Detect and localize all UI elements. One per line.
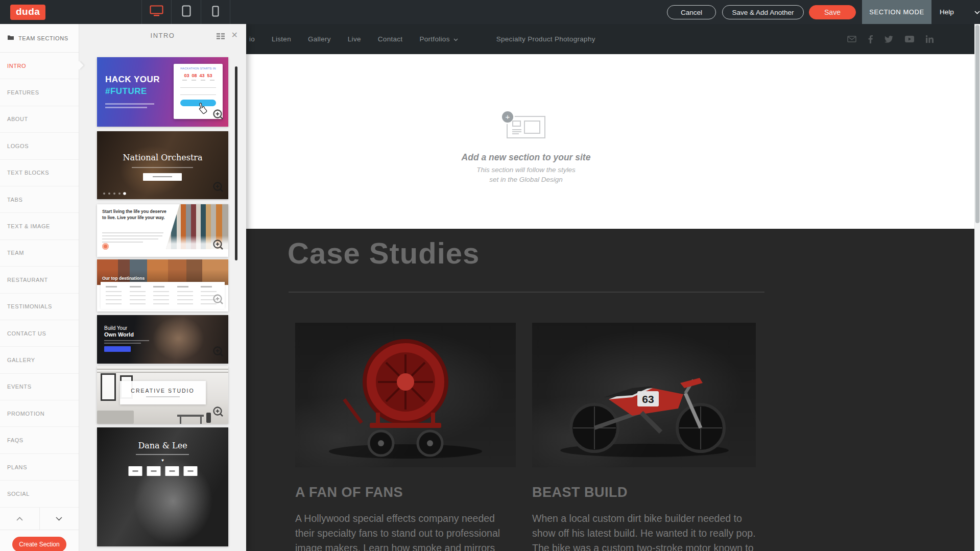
tablet-icon (182, 5, 191, 19)
sidebar-item-logos[interactable]: LOGOS (0, 133, 79, 159)
cancel-button[interactable]: Cancel (667, 5, 716, 19)
heart-icon: ♥ (97, 458, 228, 463)
desktop-device-tab[interactable] (141, 0, 171, 24)
save-add-another-button[interactable]: Save & Add Another (722, 5, 804, 19)
folder-icon (7, 35, 14, 41)
site-nav-item-listen[interactable]: Listen (272, 35, 291, 43)
sidebar-item-testimonials[interactable]: TESTIMONIALS (0, 294, 79, 320)
list-view-icon[interactable] (217, 32, 225, 41)
thumb-heading: HACK YOUR (105, 75, 160, 85)
tablet-device-tab[interactable] (171, 0, 201, 24)
sidebar-item-label: TEAM (7, 250, 24, 256)
thumb-title: Start living the life you deserve to liv… (102, 209, 168, 221)
site-nav-item-live[interactable]: Live (348, 35, 361, 43)
template-thumb-build-your-own-world[interactable]: Build Your Own World (97, 315, 228, 364)
sidebar-item-label: LOGOS (7, 143, 29, 149)
sidebar-item-label: TEXT & IMAGE (7, 223, 50, 229)
sidebar-item-label: GALLERY (7, 357, 35, 363)
help-label: Help (940, 8, 954, 16)
dirt-bike-image: 63 (532, 323, 756, 467)
zoom-preview-icon[interactable] (212, 109, 225, 123)
zoom-preview-icon[interactable] (212, 239, 225, 253)
add-section-dropzone[interactable]: + Add a new section to your site This se… (419, 116, 633, 182)
sidebar-item-restaurant[interactable]: RESTAURANT (0, 267, 79, 293)
thumb-title: Dana & Lee (97, 441, 228, 450)
sidebar-item-plans[interactable]: PLANS (0, 454, 79, 481)
text-placeholder (102, 238, 158, 239)
sidebar-item-label: RESTAURANT (7, 277, 48, 283)
section-mode-label: SECTION MODE (862, 0, 931, 24)
template-thumb-creative-studio[interactable]: CREATIVE STUDIO (97, 366, 228, 424)
sidebar-item-team[interactable]: TEAM (0, 240, 79, 267)
linkedin-icon[interactable] (926, 35, 934, 43)
page-scrollbar (974, 24, 980, 551)
text-placeholder (104, 340, 149, 341)
template-thumb-hack-your-future[interactable]: HACK YOUR #FUTURE HACKATHON STARTS IN 03… (97, 57, 228, 127)
case-study-title: A FAN OF FANS (295, 485, 516, 500)
site-nav-item-gallery[interactable]: Gallery (308, 35, 331, 43)
add-section-subtitle-1: This section will follow the styles (419, 167, 633, 173)
sections-sidebar: TEAM SECTIONS INTRO FEATURES ABOUT LOGOS… (0, 24, 79, 551)
zoom-preview-icon[interactable] (212, 346, 225, 360)
sidebar-item-events[interactable]: EVENTS (0, 374, 79, 400)
site-nav-item-contact[interactable]: Contact (378, 35, 403, 43)
create-section-button[interactable]: Create Section (12, 537, 66, 551)
countdown-value: 03 (184, 73, 189, 78)
section-title: Case Studies (288, 236, 480, 270)
sidebar-item-about[interactable]: ABOUT (0, 106, 79, 133)
template-thumb-national-orchestra[interactable]: National Orchestra (97, 131, 228, 199)
chevron-up-icon (16, 514, 23, 523)
sidebar-item-tabs[interactable]: TABS (0, 186, 79, 213)
thumb-title: CREATIVE STUDIO (131, 388, 194, 394)
sidebar-item-social[interactable]: SOCIAL (0, 481, 79, 507)
youtube-icon[interactable] (905, 36, 914, 42)
sidebar-item-label: FAQS (7, 437, 23, 443)
twitter-icon[interactable] (885, 36, 893, 43)
sidebar-item-label: INTRO (7, 63, 26, 69)
divider (289, 292, 764, 293)
decor (97, 369, 228, 370)
save-button[interactable]: Save (809, 5, 856, 19)
panel-scrollbar[interactable] (235, 66, 237, 260)
sidebar-item-intro[interactable]: INTRO (0, 53, 79, 79)
sections-scroll-up-button[interactable] (0, 508, 40, 530)
page-scrollbar-thumb[interactable] (975, 25, 979, 223)
sidebar-item-promotion[interactable]: PROMOTION (0, 400, 79, 427)
sections-scroll-down-button[interactable] (40, 508, 79, 530)
countdown-value: 43 (200, 73, 205, 78)
sidebar-item-label: TESTIMONIALS (7, 303, 52, 309)
template-thumb-start-living[interactable]: Start living the life you deserve to liv… (97, 204, 228, 257)
site-nav-item[interactable]: io (249, 35, 255, 43)
add-section-title: Add a new section to your site (419, 152, 633, 163)
zoom-preview-icon[interactable] (212, 406, 225, 420)
duda-logo: duda (10, 5, 45, 20)
email-icon[interactable] (847, 36, 856, 42)
case-study-text: When a local custom dirt bike builder ne… (532, 511, 756, 551)
sidebar-item-text-blocks[interactable]: TEXT BLOCKS (0, 160, 79, 186)
close-panel-icon[interactable]: ✕ (231, 30, 238, 40)
template-thumb-dana-and-lee[interactable]: Dana & Lee ♥ (97, 427, 228, 546)
facebook-icon[interactable] (868, 35, 873, 43)
input-placeholder (180, 83, 216, 88)
sidebar-item-contact-us[interactable]: CONTACT US (0, 320, 79, 347)
top-bar: duda Cancel Save & Add Another Save SECT… (0, 0, 980, 24)
zoom-preview-icon[interactable] (212, 294, 225, 308)
plus-icon: + (502, 111, 513, 123)
sidebar-header: TEAM SECTIONS (0, 24, 79, 53)
help-menu[interactable]: Help (940, 0, 980, 24)
thumb-title: National Orchestra (97, 153, 228, 162)
sidebar-item-features[interactable]: FEATURES (0, 79, 79, 106)
mobile-icon (212, 6, 219, 19)
decor (97, 372, 228, 373)
new-section-icon: + (507, 116, 545, 138)
site-nav-item-portfolios[interactable]: Portfolios (419, 35, 458, 43)
zoom-preview-icon[interactable] (212, 181, 225, 196)
sidebar-item-faqs[interactable]: FAQS (0, 427, 79, 453)
button-placeholder (143, 173, 182, 181)
sidebar-item-text-image[interactable]: TEXT & IMAGE (0, 213, 79, 239)
bike-number: 63 (642, 393, 654, 405)
site-nav-item-specialty[interactable]: Specialty Product Photography (496, 35, 595, 43)
sidebar-item-gallery[interactable]: GALLERY (0, 347, 79, 373)
mobile-device-tab[interactable] (201, 0, 230, 24)
template-thumb-top-destinations[interactable]: Our top destinations (97, 259, 228, 312)
